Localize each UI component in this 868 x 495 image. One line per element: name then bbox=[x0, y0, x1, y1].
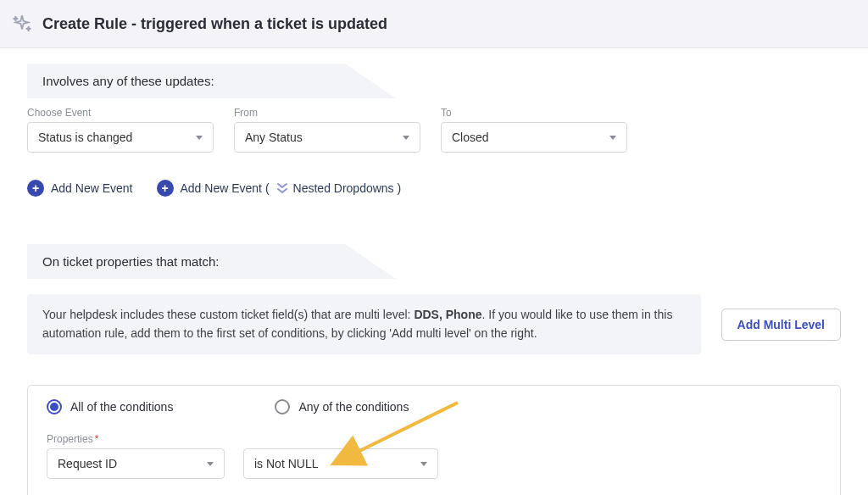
multi-level-info-box: Your helpdesk includes these custom tick… bbox=[27, 294, 701, 354]
from-select[interactable]: Any Status bbox=[234, 122, 420, 153]
plus-icon: + bbox=[27, 180, 44, 197]
chevron-down-icon bbox=[609, 136, 616, 140]
properties-label: Properties* bbox=[47, 433, 225, 445]
sparkle-icon bbox=[10, 12, 34, 36]
chevron-down-icon bbox=[403, 136, 409, 140]
event-label: Choose Event bbox=[27, 107, 214, 119]
page-title: Create Rule - triggered when a ticket is… bbox=[42, 15, 387, 33]
add-new-event-nested-button[interactable]: + Add New Event ( Nested Dropdowns ) bbox=[157, 180, 402, 197]
properties-section-header: On ticket properties that match: bbox=[27, 244, 417, 279]
required-star: * bbox=[95, 433, 99, 445]
page-header: Create Rule - triggered when a ticket is… bbox=[0, 0, 868, 48]
add-new-event-button[interactable]: + Add New Event bbox=[27, 180, 133, 197]
nested-dropdowns-text: Nested Dropdowns ) bbox=[293, 181, 402, 195]
chevron-down-icon bbox=[420, 462, 427, 466]
event-select-value: Status is changed bbox=[38, 131, 132, 144]
plus-icon: + bbox=[157, 180, 174, 197]
from-select-value: Any Status bbox=[245, 131, 303, 144]
radio-all-label: All of the conditions bbox=[70, 400, 173, 414]
radio-icon bbox=[275, 399, 290, 414]
info-text-bold: DDS, Phone bbox=[414, 308, 481, 321]
radio-any-conditions[interactable]: Any of the conditions bbox=[275, 399, 409, 414]
conditions-container: All of the conditions Any of the conditi… bbox=[27, 385, 841, 495]
radio-any-label: Any of the conditions bbox=[298, 400, 409, 414]
updates-section-header: Involves any of these updates: bbox=[27, 64, 417, 98]
from-label: From bbox=[234, 107, 420, 119]
property-select[interactable]: Request ID bbox=[47, 448, 225, 479]
operator-select[interactable]: is Not NULL bbox=[243, 448, 438, 479]
add-multi-level-button[interactable]: Add Multi Level bbox=[721, 309, 841, 341]
add-new-event-label: Add New Event bbox=[51, 181, 133, 195]
add-new-event-nested-label: Add New Event ( bbox=[181, 181, 270, 195]
radio-all-conditions[interactable]: All of the conditions bbox=[47, 399, 173, 414]
operator-select-value: is Not NULL bbox=[254, 457, 318, 470]
chevron-down-icon bbox=[207, 462, 214, 466]
nested-dropdowns-icon bbox=[276, 182, 288, 195]
to-select-value: Closed bbox=[452, 131, 489, 144]
info-text-prefix: Your helpdesk includes these custom tick… bbox=[42, 308, 414, 321]
property-select-value: Request ID bbox=[58, 457, 117, 470]
chevron-down-icon bbox=[196, 136, 203, 140]
to-select[interactable]: Closed bbox=[441, 122, 627, 153]
event-select[interactable]: Status is changed bbox=[27, 122, 214, 153]
radio-icon bbox=[47, 399, 62, 414]
to-label: To bbox=[441, 107, 627, 119]
